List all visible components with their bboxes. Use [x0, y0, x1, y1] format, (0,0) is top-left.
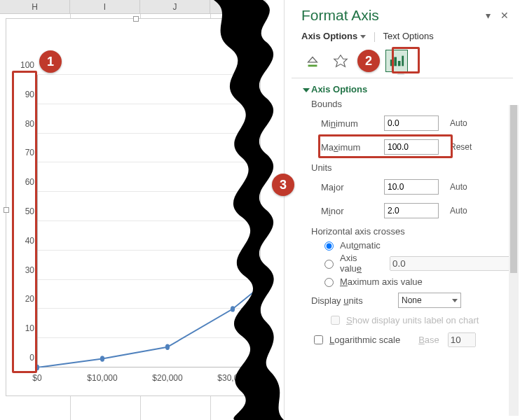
- svg-rect-6: [390, 59, 393, 66]
- panel-title: Format Axis: [301, 7, 476, 24]
- y-tick: 70: [13, 148, 34, 158]
- radio-value[interactable]: [324, 260, 334, 269]
- torn-divider: [186, 0, 284, 420]
- minor-label: Minor: [321, 206, 384, 216]
- display-units-select[interactable]: None: [398, 293, 461, 308]
- scrollbar-thumb[interactable]: [510, 105, 517, 273]
- show-units-label-row: Show display units label on chart: [328, 314, 507, 327]
- crosses-heading: Horizontal axis crosses: [311, 226, 507, 237]
- y-tick: 90: [13, 90, 34, 99]
- x-tick: $20,000: [152, 373, 182, 383]
- radio-auto[interactable]: [324, 241, 334, 251]
- log-scale-checkbox[interactable]: [314, 335, 323, 344]
- x-tick: $10,000: [87, 373, 117, 383]
- max-label: Maximum: [321, 142, 384, 153]
- y-tick: 20: [13, 294, 34, 304]
- y-tick: 40: [13, 236, 34, 246]
- minor-auto[interactable]: Auto: [450, 206, 467, 216]
- y-tick: 60: [13, 177, 34, 187]
- show-units-checkbox: [331, 316, 340, 325]
- col-header[interactable]: I: [70, 0, 140, 13]
- callout-1: 1: [39, 50, 62, 73]
- x-tick: $0: [32, 373, 41, 383]
- svg-rect-4: [308, 65, 317, 67]
- units-heading: Units: [311, 162, 507, 173]
- min-auto[interactable]: Auto: [450, 118, 467, 128]
- bounds-max-row: Maximum Reset: [321, 136, 507, 158]
- bounds-min-row: Minimum Auto: [321, 112, 507, 134]
- section-axis-options[interactable]: Axis Options: [304, 84, 507, 94]
- max-reset[interactable]: Reset: [450, 142, 472, 152]
- svg-rect-7: [394, 57, 397, 66]
- callout-3: 3: [272, 174, 294, 196]
- y-tick: 30: [13, 265, 34, 275]
- units-minor-row: Minor Auto: [321, 200, 507, 222]
- axis-options-icon[interactable]: [385, 50, 408, 72]
- svg-point-1: [100, 356, 104, 361]
- format-axis-panel: Format Axis ▾ ✕ Axis Options Text Option…: [284, 0, 520, 420]
- min-label: Minimum: [321, 118, 384, 129]
- tab-text-options[interactable]: Text Options: [383, 31, 433, 43]
- svg-marker-5: [334, 55, 347, 67]
- crosses-value[interactable]: Axis value: [321, 253, 507, 274]
- svg-point-0: [35, 365, 39, 370]
- y-tick: 80: [13, 119, 34, 129]
- max-input[interactable]: [384, 139, 439, 155]
- log-base-input: [448, 332, 476, 347]
- chevron-down-icon: [360, 35, 366, 38]
- crosses-auto[interactable]: Automatic: [321, 239, 507, 251]
- major-auto[interactable]: Auto: [450, 182, 467, 192]
- units-major-row: Major Auto: [321, 176, 507, 198]
- svg-point-2: [165, 344, 170, 350]
- min-input[interactable]: [384, 115, 439, 131]
- close-icon[interactable]: ✕: [500, 10, 509, 21]
- tab-axis-options[interactable]: Axis Options: [301, 31, 366, 43]
- y-tick: 50: [13, 206, 34, 216]
- callout-2: 2: [357, 50, 380, 72]
- display-units-label: Display units: [311, 295, 395, 306]
- effects-icon[interactable]: [329, 50, 352, 72]
- minor-input[interactable]: [384, 203, 439, 218]
- major-label: Major: [321, 182, 384, 192]
- panel-options-icon[interactable]: ▾: [486, 10, 491, 21]
- col-header[interactable]: H: [0, 0, 70, 13]
- svg-rect-9: [402, 56, 404, 66]
- radio-max[interactable]: [324, 278, 334, 287]
- y-tick: 100: [13, 60, 34, 70]
- panel-scrollbar[interactable]: [509, 105, 519, 416]
- fill-line-icon[interactable]: [301, 50, 324, 72]
- y-tick: 10: [13, 323, 34, 333]
- bounds-heading: Bounds: [311, 99, 507, 109]
- major-input[interactable]: [384, 179, 439, 195]
- display-units-row: Display units None: [311, 289, 507, 312]
- y-tick: 0: [13, 353, 34, 363]
- log-scale-row[interactable]: Logarithmic scale Base: [311, 332, 507, 347]
- crosses-value-input: [390, 256, 514, 271]
- category-icons: 2: [285, 43, 520, 75]
- chevron-down-icon: [452, 299, 458, 302]
- crosses-max[interactable]: Maximum axis value: [321, 276, 507, 287]
- svg-rect-8: [398, 61, 401, 66]
